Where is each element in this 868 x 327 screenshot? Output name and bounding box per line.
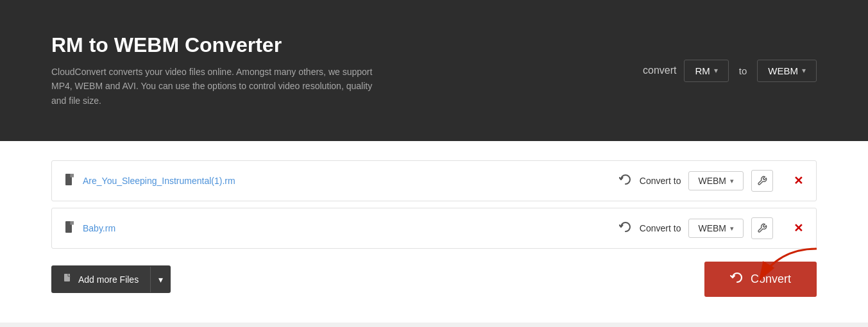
header-controls: convert RM ▾ to WEBM ▾ <box>643 60 817 82</box>
refresh-icon[interactable] <box>619 173 632 189</box>
convert-to-label: Convert to <box>640 223 681 233</box>
to-format-chevron-icon: ▾ <box>802 66 806 75</box>
output-format-chevron-icon: ▾ <box>730 177 734 185</box>
convert-button-label: Convert <box>751 272 791 286</box>
add-more-files-button[interactable]: Add more Files ▾ <box>51 265 171 293</box>
table-row: Baby.rm Convert to WEBM ▾ ✕ <box>51 208 817 249</box>
page-title: RM to WEBM Converter <box>51 33 385 57</box>
convert-button[interactable]: Convert <box>704 262 817 297</box>
convert-to-label: Convert to <box>640 176 681 186</box>
add-files-label: Add more Files <box>78 274 139 285</box>
page-header: RM to WEBM Converter CloudConvert conver… <box>0 0 868 141</box>
header-left: RM to WEBM Converter CloudConvert conver… <box>51 33 385 108</box>
file-name: Are_You_Sleeping_Instrumental(1).rm <box>83 176 619 186</box>
bottom-right: Convert <box>704 262 817 297</box>
svg-rect-4 <box>64 274 70 281</box>
header-description: CloudConvert converts your video files o… <box>51 65 385 108</box>
remove-file-button[interactable]: ✕ <box>794 174 803 188</box>
file-actions: Convert to WEBM ▾ ✕ <box>619 217 803 239</box>
file-list: Are_You_Sleeping_Instrumental(1).rm Conv… <box>51 160 817 249</box>
add-files-dropdown-arrow[interactable]: ▾ <box>150 267 171 292</box>
file-type-icon <box>65 173 75 189</box>
from-format-dropdown[interactable]: RM ▾ <box>684 60 728 82</box>
from-format-value: RM <box>695 65 710 76</box>
main-content: Are_You_Sleeping_Instrumental(1).rm Conv… <box>0 141 868 323</box>
add-file-icon <box>63 273 73 285</box>
from-format-chevron-icon: ▾ <box>714 66 718 75</box>
output-format-dropdown[interactable]: WEBM ▾ <box>688 171 744 190</box>
remove-file-button[interactable]: ✕ <box>794 221 803 235</box>
file-name: Baby.rm <box>83 223 619 233</box>
output-format-dropdown[interactable]: WEBM ▾ <box>688 219 744 238</box>
file-type-icon <box>65 221 75 236</box>
settings-button[interactable] <box>751 217 773 239</box>
convert-label: convert <box>643 65 676 76</box>
to-format-value: WEBM <box>768 65 798 76</box>
to-separator-label: to <box>736 65 750 76</box>
svg-rect-1 <box>71 174 74 177</box>
settings-button[interactable] <box>751 170 773 192</box>
output-format-value: WEBM <box>698 176 726 186</box>
refresh-icon[interactable] <box>619 221 632 237</box>
convert-button-icon <box>730 271 744 288</box>
bottom-bar: Add more Files ▾ <box>51 262 817 297</box>
file-actions: Convert to WEBM ▾ ✕ <box>619 170 803 192</box>
add-files-main-area[interactable]: Add more Files <box>51 265 150 293</box>
table-row: Are_You_Sleeping_Instrumental(1).rm Conv… <box>51 160 817 201</box>
add-files-chevron-icon: ▾ <box>158 274 163 285</box>
svg-rect-3 <box>71 221 74 224</box>
output-format-value: WEBM <box>698 223 726 233</box>
to-format-dropdown[interactable]: WEBM ▾ <box>757 60 817 82</box>
output-format-chevron-icon: ▾ <box>730 224 734 233</box>
